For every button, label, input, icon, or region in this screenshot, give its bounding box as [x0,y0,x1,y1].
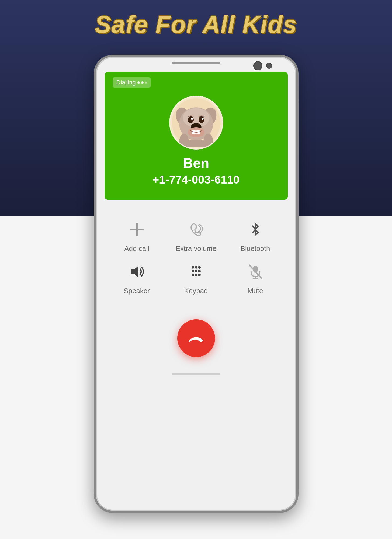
speaker-grille [172,62,220,64]
keypad-label: Keypad [184,287,208,295]
svg-point-5 [188,116,194,123]
dialling-dots [137,81,147,84]
contact-name: Ben [183,155,209,171]
phone-mockup: Dialling [94,55,299,513]
extra-volume-control[interactable]: Extra volume [169,219,223,253]
dialling-text: Dialling [116,79,136,86]
side-button [297,138,299,159]
home-indicator [172,373,220,375]
mute-label: Mute [248,287,263,295]
avatar [169,96,223,150]
call-avatar-section: Ben +1-774-003-6110 [113,96,280,186]
end-call-icon [186,329,206,348]
extra-volume-label: Extra volume [176,244,217,253]
svg-point-23 [198,266,201,269]
phone-top-bar [96,57,296,69]
mute-control[interactable]: Mute [228,261,282,295]
speaker-label: Speaker [124,287,150,295]
svg-marker-20 [131,266,138,278]
svg-point-24 [192,270,194,272]
add-call-control[interactable]: Add call [110,219,164,253]
add-call-label: Add call [124,244,149,253]
camera-main [253,61,262,70]
svg-point-27 [192,274,194,276]
svg-point-6 [199,116,204,123]
phone-cameras [253,61,272,70]
svg-point-7 [191,118,193,120]
keypad-control[interactable]: Keypad [169,261,223,295]
bluetooth-icon [245,219,266,240]
controls-grid: Add call Extra volume Blue [105,219,288,295]
contact-number: +1-774-003-6110 [152,173,240,186]
phone-volume-icon [185,219,207,240]
svg-point-21 [192,266,194,269]
app-header-title: Safe For All Kids [95,11,297,39]
keypad-icon [185,261,207,282]
dialling-badge: Dialling [113,77,151,88]
svg-point-25 [195,270,197,272]
camera-small [266,63,272,69]
svg-point-29 [198,274,201,276]
svg-point-26 [198,270,201,272]
end-call-button[interactable] [177,319,215,357]
call-screen: Dialling [105,72,288,200]
bluetooth-control[interactable]: Bluetooth [228,219,282,253]
bluetooth-label: Bluetooth [241,244,270,253]
speaker-icon [126,261,148,282]
speaker-control[interactable]: Speaker [110,261,164,295]
svg-point-8 [202,118,203,120]
svg-point-28 [195,274,197,276]
svg-point-22 [195,266,197,269]
mute-icon [245,261,266,282]
add-call-icon [126,219,148,240]
